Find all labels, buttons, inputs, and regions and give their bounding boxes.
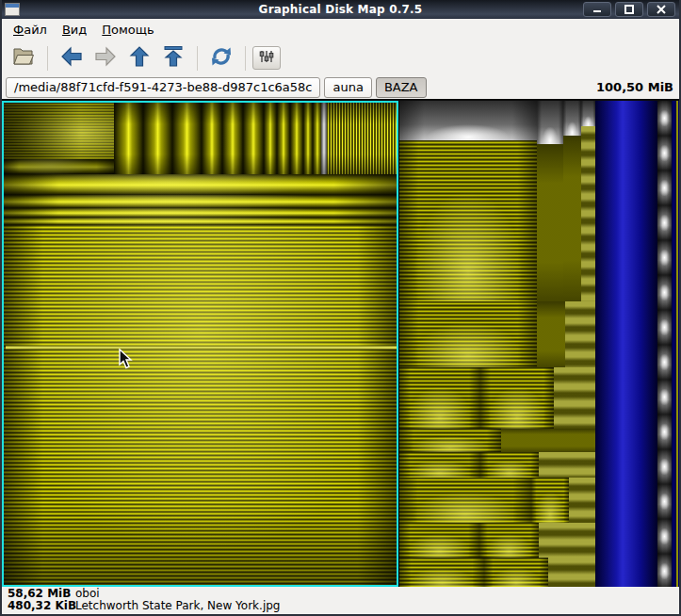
refresh-icon — [210, 45, 233, 72]
refresh-button[interactable] — [204, 44, 238, 73]
file-block[interactable] — [399, 367, 480, 429]
maximize-button[interactable] — [615, 2, 643, 17]
menu-file[interactable]: Файл — [8, 20, 57, 40]
selected-dir-oboi[interactable] — [2, 101, 398, 587]
file-block[interactable] — [537, 301, 565, 367]
top-button[interactable] — [156, 44, 190, 73]
file-block[interactable] — [548, 558, 595, 587]
file-block[interactable] — [399, 429, 501, 452]
path-crumb-baza[interactable]: BAZA — [376, 77, 427, 98]
file-block[interactable] — [399, 478, 531, 523]
file-block[interactable] — [569, 478, 595, 523]
status-file-name: Letchworth State Park, New York.jpg — [75, 600, 280, 612]
file-block[interactable] — [480, 367, 554, 429]
arrow-left-icon — [59, 45, 84, 72]
file-block[interactable] — [554, 367, 595, 429]
file-block[interactable] — [399, 452, 480, 478]
app-window: Graphical Disk Map 0.7.5 Файл Вид Помощь — [0, 0, 681, 616]
sliders-icon — [258, 49, 275, 68]
file-block[interactable] — [480, 452, 539, 478]
toolbar-separator — [47, 46, 48, 71]
file-block[interactable] — [565, 301, 595, 367]
file-block[interactable] — [399, 140, 537, 301]
titlebar: Graphical Disk Map 0.7.5 — [2, 0, 679, 19]
file-block[interactable] — [399, 558, 484, 587]
file-block[interactable] — [479, 523, 539, 558]
open-folder-button[interactable] — [7, 44, 41, 73]
folder-open-icon — [12, 46, 35, 71]
file-block[interactable] — [501, 429, 595, 452]
treemap[interactable] — [2, 99, 679, 587]
total-size-label: 100,50 MiB — [596, 80, 675, 94]
path-root-button[interactable]: /media/88f71cfd-f591-4273-be88-d987c1c6a… — [6, 77, 320, 98]
toolbar — [2, 41, 679, 75]
arrow-right-icon — [93, 45, 118, 72]
toolbar-separator — [197, 46, 198, 71]
menu-view[interactable]: Вид — [57, 20, 96, 40]
file-block[interactable] — [581, 126, 595, 301]
file-block[interactable] — [537, 144, 563, 301]
menu-help[interactable]: Помощь — [96, 20, 163, 40]
file-block[interactable] — [399, 523, 479, 558]
file-block[interactable] — [484, 558, 548, 587]
arrow-top-icon — [162, 45, 185, 72]
file-block[interactable] — [399, 301, 537, 367]
up-button[interactable] — [122, 44, 156, 73]
gray-file-block[interactable] — [563, 101, 581, 136]
menubar: Файл Вид Помощь — [2, 19, 679, 41]
large-blue-file[interactable] — [595, 101, 657, 587]
pathbar: /media/88f71cfd-f591-4273-be88-d987c1c6a… — [2, 75, 679, 99]
forward-button[interactable] — [89, 44, 122, 73]
file-block[interactable] — [531, 478, 569, 523]
gray-file-block[interactable] — [537, 101, 563, 144]
arrow-up-icon — [128, 45, 151, 72]
file-block[interactable] — [678, 101, 679, 587]
file-block[interactable] — [539, 523, 595, 558]
window-title: Graphical Disk Map 0.7.5 — [2, 3, 679, 16]
file-block[interactable] — [563, 136, 581, 301]
status-file-size: 480,32 KiB — [8, 600, 75, 612]
file-block[interactable] — [539, 452, 595, 478]
mouse-cursor — [119, 349, 134, 369]
gray-segment-column[interactable] — [657, 101, 672, 587]
preferences-button[interactable] — [252, 46, 281, 70]
statusbar: 58,62 MiB oboi 480,32 KiB Letchworth Sta… — [2, 587, 679, 612]
minimize-button[interactable] — [583, 2, 611, 17]
gray-file-block[interactable] — [399, 101, 537, 140]
status-row-file: 480,32 KiB Letchworth State Park, New Yo… — [8, 600, 679, 612]
gray-file-block[interactable] — [581, 101, 595, 126]
path-crumb-auna[interactable]: auna — [324, 77, 371, 98]
close-button[interactable] — [647, 2, 675, 17]
back-button[interactable] — [55, 44, 89, 73]
toolbar-separator — [245, 46, 246, 71]
